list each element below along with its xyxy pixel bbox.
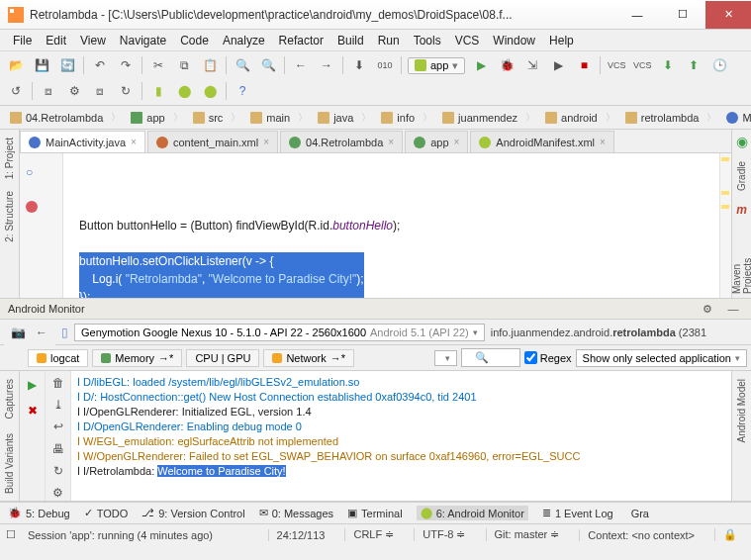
run-icon[interactable]: ▶	[23, 375, 43, 395]
status-context[interactable]: Context: <no context>	[579, 529, 703, 541]
regex-checkbox[interactable]: Regex	[524, 351, 572, 364]
tab-content_main.xml[interactable]: content_main.xml×	[147, 131, 278, 152]
tab-04.Retrolambda[interactable]: 04.Retrolambda×	[280, 131, 403, 152]
breadcrumb-info[interactable]: info	[377, 111, 438, 125]
tab-memory[interactable]: Memory →*	[92, 349, 182, 367]
save-icon[interactable]: 💾	[32, 55, 51, 75]
cut-icon[interactable]: ✂	[148, 55, 168, 75]
gradle-icon[interactable]: ◉	[736, 134, 748, 149]
sdk-icon[interactable]: ⧈	[90, 81, 110, 101]
tab-app[interactable]: app×	[405, 131, 468, 152]
bottom-tab-0--messages[interactable]: ✉ 0: Messages	[259, 507, 333, 519]
bottom-tab-terminal[interactable]: ▣ Terminal	[347, 507, 403, 519]
bottom-tab-todo[interactable]: ✓ TODO	[84, 507, 129, 519]
forward-icon[interactable]: →	[317, 55, 336, 75]
log-line[interactable]: ا D/libEGL: loaded /system/lib/egl/libGL…	[77, 375, 725, 390]
history-icon[interactable]: 🕒	[709, 55, 729, 75]
breadcrumb-android[interactable]: android	[541, 111, 621, 125]
rail-gradle[interactable]: Gradle	[736, 157, 747, 195]
status-eol[interactable]: CRLF ≑	[344, 528, 402, 541]
bottom-tab-6--android-monitor[interactable]: ⬤ 6: Android Monitor	[417, 506, 528, 520]
breadcrumb-retrolambda[interactable]: retrolambda	[621, 111, 723, 125]
undo-icon[interactable]: ↶	[90, 55, 110, 75]
copy-icon[interactable]: ⧉	[174, 55, 194, 75]
clear-icon[interactable]: 🗑	[48, 375, 68, 391]
log-line[interactable]: ا W/EGL_emulation: eglSurfaceAttrib not …	[77, 434, 725, 449]
menu-tools[interactable]: Tools	[407, 32, 448, 49]
log-line[interactable]: ا D/: HostConnection::get() New Host Con…	[77, 390, 725, 405]
process-combo[interactable]: info.juanmendez.android.retrolambda (238…	[491, 327, 706, 338]
override-marker-icon[interactable]: ○	[26, 163, 38, 175]
scroll-end-icon[interactable]: ⤓	[48, 397, 68, 413]
debug-icon[interactable]: 🐞	[497, 55, 516, 75]
close-tab-icon[interactable]: ×	[263, 137, 269, 147]
menu-code[interactable]: Code	[173, 32, 216, 49]
open-icon[interactable]: 📂	[6, 55, 26, 75]
log-search[interactable]: 🔍	[461, 348, 520, 367]
status-git[interactable]: Git: master ≑	[486, 528, 568, 541]
breadcrumb-src[interactable]: src	[189, 111, 247, 125]
menu-run[interactable]: Run	[371, 32, 407, 49]
run-icon[interactable]: ▶	[471, 55, 491, 75]
hide-icon[interactable]: —	[723, 299, 743, 319]
rail-captures[interactable]: Captures	[4, 375, 15, 423]
tab-cpu[interactable]: CPU | GPU	[186, 349, 259, 367]
rail-build-variants[interactable]: Build Variants	[4, 429, 15, 498]
find-icon[interactable]: 🔍	[233, 55, 252, 75]
logcat-output[interactable]: ا D/libEGL: loaded /system/lib/egl/libGL…	[71, 371, 731, 501]
coverage-icon[interactable]: ▶	[548, 55, 568, 75]
commit-icon[interactable]: ⬆	[684, 55, 704, 75]
print-icon[interactable]: 🖶	[48, 441, 68, 457]
settings2-icon[interactable]: ⚙	[48, 485, 68, 501]
breadcrumb-java[interactable]: java	[314, 111, 377, 125]
screenshot-icon[interactable]: 📷	[8, 323, 28, 342]
settings-icon[interactable]: ⚙	[64, 81, 84, 101]
menu-view[interactable]: View	[73, 32, 113, 49]
structure-icon[interactable]: ⧈	[39, 81, 58, 101]
make-cfg-icon[interactable]: 010	[375, 55, 395, 75]
rail-project[interactable]: 1: Project	[4, 134, 15, 183]
screenrec-icon[interactable]: ←	[32, 323, 51, 342]
tab-network[interactable]: Network →*	[263, 349, 354, 367]
menu-build[interactable]: Build	[330, 32, 371, 49]
maven-icon[interactable]: m	[736, 203, 747, 217]
redo-icon[interactable]: ↷	[116, 55, 136, 75]
bottom-tab-1-event-log[interactable]: ≣ 1 Event Log	[542, 507, 613, 519]
loglevel-combo[interactable]: ▾	[434, 350, 457, 366]
breadcrumb-app[interactable]: app	[127, 111, 188, 125]
close-tab-icon[interactable]: ×	[131, 137, 137, 147]
back-icon[interactable]: ←	[291, 55, 311, 75]
log-line[interactable]: ا I/Retrolambda: Welcome to Paradise Cit…	[77, 464, 725, 479]
log-line[interactable]: ا D/OpenGLRenderer: Enabling debug mode …	[77, 420, 725, 434]
menu-vcs[interactable]: VCS	[448, 32, 487, 49]
gear-icon[interactable]: ⚙	[698, 299, 717, 319]
soft-wrap-icon[interactable]: ↩	[48, 419, 68, 434]
maximize-button[interactable]: ☐	[660, 1, 705, 29]
rail-structure[interactable]: 2: Structure	[4, 187, 15, 246]
minimize-button[interactable]: —	[614, 1, 660, 29]
avd-icon[interactable]: ▮	[148, 81, 168, 101]
error-stripe[interactable]	[719, 153, 731, 298]
menu-edit[interactable]: Edit	[39, 32, 73, 49]
rail-android-model[interactable]: Android Model	[736, 375, 747, 446]
device-combo[interactable]: Genymotion Google Nexus 10 - 5.1.0 - API…	[74, 324, 485, 341]
attach-icon[interactable]: ⇲	[522, 55, 542, 75]
vcs1-icon[interactable]: VCS	[607, 55, 626, 75]
rail-maven[interactable]: Maven Projects	[731, 225, 752, 298]
stop-icon[interactable]: ✖	[23, 401, 43, 420]
breadcrumb-mainactivity[interactable]: MainActivity	[722, 112, 751, 124]
tab-AndroidManifest.xml[interactable]: AndroidManifest.xml×	[470, 131, 614, 152]
menu-window[interactable]: Window	[486, 32, 542, 49]
bottom-tab-9--version-control[interactable]: ⎇ 9: Version Control	[141, 507, 244, 519]
menu-refactor[interactable]: Refactor	[272, 32, 330, 49]
sync-gradle-icon[interactable]: ↻	[116, 81, 136, 101]
breadcrumb-04.retrolambda[interactable]: 04.Retrolambda	[6, 111, 127, 125]
help-icon[interactable]: ?	[233, 81, 252, 101]
update-icon[interactable]: ⬇	[658, 55, 678, 75]
stop-icon[interactable]: ■	[574, 55, 594, 75]
menu-navigate[interactable]: Navigate	[113, 32, 173, 49]
breadcrumb-juanmendez[interactable]: juanmendez	[438, 111, 541, 125]
close-tab-icon[interactable]: ×	[388, 137, 394, 147]
breadcrumb-main[interactable]: main	[246, 111, 314, 125]
close-tab-icon[interactable]: ×	[454, 137, 460, 147]
